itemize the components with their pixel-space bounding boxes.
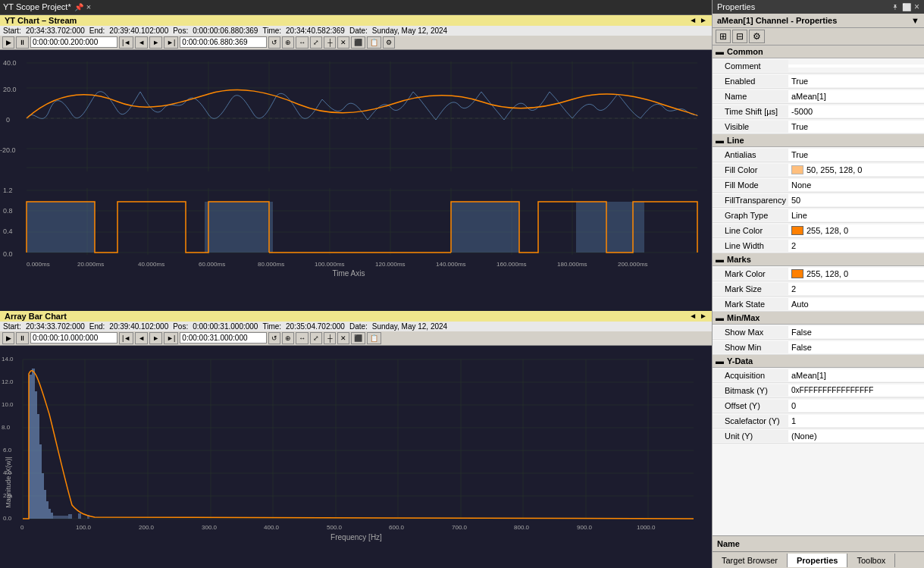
- arr-cursor-btn[interactable]: ┼: [324, 332, 336, 344]
- prop-val-linecolor: 255, 128, 0: [788, 224, 924, 237]
- arr-zoom-btn[interactable]: ⊕: [282, 332, 294, 344]
- arr-input1[interactable]: [30, 332, 117, 344]
- charts-panel-inner: YT Chart – Stream ◄ ► Start: 20:34:33.70…: [0, 15, 712, 569]
- tab-toolbox[interactable]: Toolbox: [847, 554, 895, 567]
- minmax-label: Min/Max: [727, 313, 760, 322]
- array-chart-svg: 14.0 12.0 10.0 8.0 6.0 4.0 2.0 0.0 Magni…: [0, 346, 712, 569]
- yt-nav-left[interactable]: ◄: [689, 16, 697, 24]
- prop-row-bitmask: Bitmask (Y) 0xFFFFFFFFFFFFFFFF: [713, 383, 924, 398]
- prop-section-line[interactable]: ▬ Line: [713, 134, 924, 147]
- yt-chart-area[interactable]: 40.0 20.0 0 -20.0: [0, 50, 712, 311]
- array-nav-right[interactable]: ►: [700, 312, 707, 320]
- svg-text:100.0: 100.0: [76, 524, 92, 531]
- prop-subtitle-text: aMean[1] Channel - Properties: [717, 16, 837, 25]
- yt-nav-right[interactable]: ►: [700, 16, 707, 24]
- arr-pan-btn[interactable]: ↔: [296, 332, 309, 344]
- prop-label-showmin: Show Min: [713, 341, 788, 353]
- prop-row-showmin: Show Min False: [713, 340, 924, 355]
- yt-last-btn[interactable]: ►|: [164, 36, 178, 49]
- yt-pan-btn[interactable]: ↔: [296, 36, 309, 49]
- arr-end-label: End:: [89, 322, 105, 331]
- title-close[interactable]: ×: [86, 2, 91, 11]
- yt-play-btn[interactable]: ▶: [2, 36, 14, 49]
- prop-section-ydata[interactable]: ▬ Y-Data: [713, 355, 924, 368]
- yt-max-btn[interactable]: ⬛: [351, 36, 365, 49]
- yt-zoom-btn[interactable]: ⊕: [282, 36, 294, 49]
- arr-play-btn[interactable]: ▶: [2, 332, 14, 344]
- prop-row-markstate: Mark State Auto: [713, 297, 924, 312]
- fillcolor-text: 50, 255, 128, 0: [807, 165, 862, 174]
- tab-target-browser[interactable]: Target Browser: [713, 554, 788, 567]
- yt-mark-btn[interactable]: ✕: [337, 36, 349, 49]
- prop-toolbar-grid-btn[interactable]: ⊞: [716, 30, 731, 43]
- yt-input1[interactable]: [30, 36, 117, 48]
- array-nav-left[interactable]: ◄: [689, 312, 697, 320]
- svg-text:900.0: 900.0: [577, 524, 593, 531]
- svg-text:500.0: 500.0: [327, 524, 343, 531]
- prop-toolbar: ⊞ ⊟ ⚙: [713, 28, 924, 46]
- arr-next-btn[interactable]: ►: [149, 332, 162, 344]
- prop-row-fillcolor: Fill Color 50, 255, 128, 0: [713, 162, 924, 177]
- svg-rect-93: [49, 509, 51, 519]
- prop-label-linewidth: Line Width: [713, 240, 788, 252]
- arr-prev-btn[interactable]: ◄: [135, 332, 148, 344]
- ydata-collapse-icon: ▬: [716, 356, 724, 366]
- prop-label-visible: Visible: [713, 121, 788, 133]
- properties-panel: Properties 🖈 ⬜ × aMean[1] Channel - Prop…: [712, 0, 924, 568]
- arr-max-btn[interactable]: ⬛: [351, 332, 365, 344]
- prop-section-minmax[interactable]: ▬ Min/Max: [713, 312, 924, 325]
- array-toolbar: ▶ ⏸ |◄ ◄ ► ►| ↺ ⊕ ↔ ⤢ ┼ ✕ ⬛ 📋: [0, 331, 712, 346]
- arr-mark-btn[interactable]: ✕: [337, 332, 349, 344]
- prop-label-timeshift: Time Shift [µs]: [713, 105, 788, 118]
- prop-close-icon[interactable]: ×: [914, 2, 919, 12]
- prop-toolbar-list-btn[interactable]: ⊟: [732, 30, 747, 43]
- yt-cursor-btn[interactable]: ┼: [324, 36, 336, 49]
- yt-pause-btn[interactable]: ⏸: [16, 36, 29, 49]
- svg-text:0.000ms: 0.000ms: [27, 261, 50, 268]
- arr-export-btn[interactable]: 📋: [367, 332, 381, 344]
- svg-rect-40: [205, 202, 273, 253]
- prop-section-common[interactable]: ▬ Common: [713, 46, 924, 58]
- prop-label-fillcolor: Fill Color: [713, 164, 788, 176]
- array-chart-section: Array Bar Chart ◄ ► Start: 20:34:33.702:…: [0, 311, 712, 569]
- arr-input2[interactable]: [180, 332, 267, 344]
- yt-prev-btn[interactable]: ◄: [135, 36, 148, 49]
- prop-float-icon[interactable]: ⬜: [902, 3, 911, 11]
- arr-fit-btn[interactable]: ⤢: [310, 332, 322, 344]
- yt-refresh-btn[interactable]: ↺: [268, 36, 280, 49]
- prop-footer-label: Name: [717, 539, 740, 548]
- prop-label-scalefactor: Scalefactor (Y): [713, 415, 788, 427]
- yt-time-label: Time:: [262, 27, 281, 35]
- prop-val-timeshift: -5000: [788, 105, 924, 118]
- arr-first-btn[interactable]: |◄: [119, 332, 133, 344]
- yt-chart-label: YT Chart – Stream ◄ ►: [0, 15, 712, 26]
- yt-fit-btn[interactable]: ⤢: [310, 36, 322, 49]
- svg-text:8.0: 8.0: [2, 424, 11, 431]
- arr-last-btn[interactable]: ►|: [164, 332, 178, 344]
- title-pin: 📌: [74, 3, 83, 11]
- arr-pause-btn[interactable]: ⏸: [16, 332, 29, 344]
- prop-label-enabled: Enabled: [713, 75, 788, 87]
- yt-next-btn[interactable]: ►: [149, 36, 162, 49]
- prop-row-graphtype: Graph Type Line: [713, 208, 924, 223]
- yt-settings-btn[interactable]: ⚙: [383, 36, 395, 49]
- prop-label-fillmode: Fill Mode: [713, 179, 788, 191]
- yt-first-btn[interactable]: |◄: [119, 36, 133, 49]
- marks-collapse-icon: ▬: [716, 255, 724, 264]
- yt-time-val: 20:34:40.582:369: [286, 27, 345, 35]
- array-chart-canvas[interactable]: 14.0 12.0 10.0 8.0 6.0 4.0 2.0 0.0 Magni…: [0, 346, 712, 569]
- tab-properties[interactable]: Properties: [788, 554, 847, 567]
- yt-end-label: End:: [89, 27, 105, 35]
- prop-dropdown-icon[interactable]: ▼: [911, 16, 919, 25]
- svg-rect-86: [32, 369, 35, 519]
- prop-pin-icon[interactable]: 🖈: [891, 3, 899, 11]
- prop-toolbar-settings-btn[interactable]: ⚙: [749, 30, 765, 43]
- prop-section-marks[interactable]: ▬ Marks: [713, 253, 924, 266]
- yt-start-label: Start:: [3, 27, 21, 35]
- svg-text:0.8: 0.8: [3, 207, 13, 215]
- arr-refresh-btn[interactable]: ↺: [268, 332, 280, 344]
- yt-input2[interactable]: [180, 36, 267, 48]
- yt-export-btn[interactable]: 📋: [367, 36, 381, 49]
- prop-val-markstate: Auto: [788, 298, 924, 310]
- yt-start-val: 20:34:33.702:000: [26, 27, 85, 35]
